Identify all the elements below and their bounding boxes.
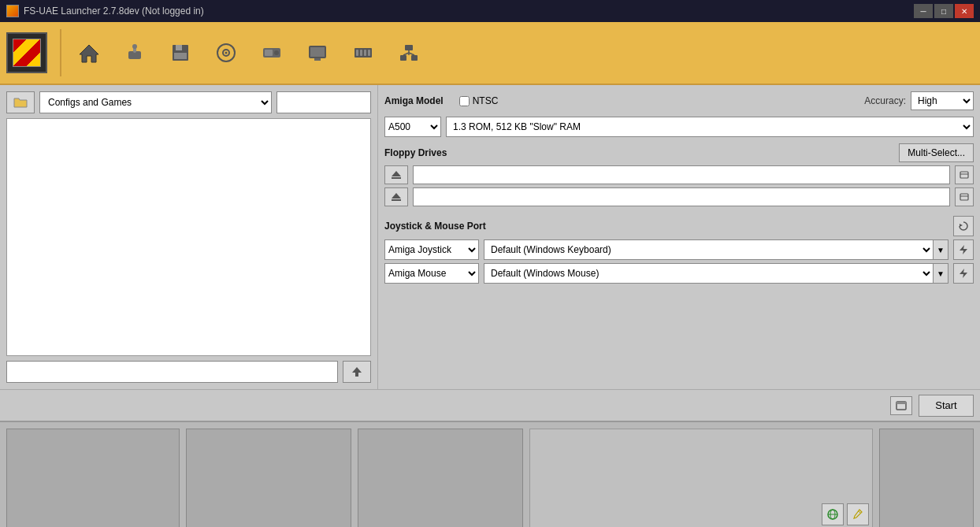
ram-icon	[352, 42, 374, 64]
svg-point-3	[132, 44, 137, 49]
maximize-button[interactable]: □	[934, 4, 953, 18]
toolbar-ram-button[interactable]	[342, 29, 384, 76]
joystick-device-2-arrow[interactable]: ▼	[933, 263, 948, 284]
floppy-browse-1-button[interactable]	[955, 165, 974, 184]
joystick-type-1-dropdown[interactable]: Amiga Joystick Amiga Mouse Nothing	[384, 239, 479, 260]
joystick-flash-1-button[interactable]	[953, 239, 974, 260]
svg-marker-32	[392, 193, 401, 199]
svg-rect-40	[896, 402, 906, 404]
floppy-eject-1-button[interactable]	[384, 165, 408, 184]
toolbar-cd-button[interactable]	[205, 29, 247, 76]
screenshot-2	[186, 429, 351, 528]
joystick-type-2-dropdown[interactable]: Amiga Joystick Amiga Mouse Nothing	[384, 263, 479, 284]
model-dropdown[interactable]: A500 A500+ A600 A1200 A4000	[384, 117, 441, 137]
joystick-device-1-wrap: Default (Windows Keyboard) ▼	[484, 239, 948, 260]
svg-rect-17	[356, 50, 358, 56]
floppy-header: Floppy Drives Multi-Select...	[384, 143, 974, 162]
toolbar-floppy-button[interactable]	[159, 29, 202, 76]
svg-marker-38	[960, 269, 967, 278]
search-input[interactable]	[277, 91, 371, 113]
logo-graphic	[13, 39, 41, 67]
ntsc-checkbox-wrap: NTSC	[459, 95, 499, 106]
titlebar-left: FS-UAE Launcher 2.7.8dev (Not logged in)	[6, 5, 204, 17]
toolbar-network-button[interactable]	[388, 29, 430, 76]
minimize-button[interactable]: ─	[914, 4, 933, 18]
joystick-refresh-button[interactable]	[953, 216, 974, 236]
flash-icon-1	[959, 244, 968, 255]
toolbar-joystick-button[interactable]	[113, 29, 156, 76]
screenshot-3	[358, 429, 523, 528]
toolbar-home-button[interactable]	[68, 29, 110, 76]
left-top-bar: Configs and Games Configs Games	[6, 91, 371, 113]
globe-button[interactable]	[822, 503, 844, 525]
joystick-section: Joystick & Mouse Port Amiga Joystick Ami…	[384, 213, 974, 284]
action-bar: Start	[0, 389, 980, 421]
joystick-row-2: Amiga Joystick Amiga Mouse Nothing Defau…	[384, 263, 974, 284]
cd-icon	[215, 42, 237, 64]
screenshot-1	[6, 429, 180, 528]
svg-line-25	[403, 53, 409, 55]
joystick-header: Joystick & Mouse Port	[384, 216, 974, 236]
floppy-browse-2-button[interactable]	[955, 187, 974, 206]
floppy-input-2[interactable]	[413, 187, 950, 206]
joystick-flash-2-button[interactable]	[953, 263, 974, 284]
svg-marker-28	[392, 171, 401, 176]
svg-rect-6	[174, 53, 187, 59]
app-logo	[6, 32, 47, 73]
globe-icon	[827, 509, 838, 520]
eject-icon	[391, 169, 402, 180]
svg-rect-21	[405, 45, 413, 50]
hdd-icon	[261, 42, 283, 64]
multi-select-button[interactable]: Multi-Select...	[899, 143, 974, 162]
folder-icon	[13, 96, 28, 109]
network-icon	[398, 42, 420, 64]
edit-button[interactable]	[847, 503, 869, 525]
joystick-icon	[124, 42, 146, 64]
svg-rect-18	[360, 50, 362, 56]
svg-rect-19	[364, 50, 366, 56]
svg-rect-23	[411, 55, 418, 61]
svg-rect-34	[960, 194, 968, 200]
graphics-icon	[306, 42, 329, 64]
joystick-device-1-arrow[interactable]: ▼	[933, 239, 948, 260]
svg-rect-20	[368, 50, 370, 56]
joystick-row-1: Amiga Joystick Amiga Mouse Nothing Defau…	[384, 239, 974, 260]
flash-icon-2	[959, 268, 968, 279]
toolbar-graphics-button[interactable]	[296, 29, 339, 76]
window-mode-button[interactable]	[890, 396, 912, 415]
bottom-path-input[interactable]	[6, 361, 338, 383]
svg-point-9	[225, 52, 228, 54]
svg-rect-14	[310, 47, 325, 57]
svg-point-12	[274, 50, 279, 55]
accuracy-wrap: Accuracy: Low Medium High	[864, 91, 974, 110]
floppy-input-1[interactable]	[413, 165, 950, 184]
right-panel: Amiga Model NTSC Accuracy: Low Medium Hi…	[378, 85, 980, 389]
ntsc-checkbox[interactable]	[459, 96, 470, 106]
svg-marker-44	[854, 510, 862, 518]
folder-button[interactable]	[6, 91, 35, 113]
refresh-icon	[958, 221, 969, 232]
screenshots-area	[0, 421, 980, 527]
floppy-drives-label: Floppy Drives	[384, 147, 447, 158]
configs-dropdown[interactable]: Configs and Games Configs Games	[39, 91, 272, 113]
svg-rect-5	[176, 45, 182, 50]
import-button[interactable]	[343, 361, 371, 383]
joystick-device-1-dropdown[interactable]: Default (Windows Keyboard)	[484, 239, 933, 260]
start-button[interactable]: Start	[919, 395, 974, 417]
browse-icon-2	[960, 192, 969, 202]
rom-dropdown[interactable]: 1.3 ROM, 512 KB "Slow" RAM	[446, 117, 974, 137]
joystick-label: Joystick & Mouse Port	[384, 221, 486, 232]
main-content: Configs and Games Configs Games Amiga Mo…	[0, 85, 980, 389]
titlebar-controls: ─ □ ✕	[914, 4, 974, 18]
joystick-device-2-dropdown[interactable]: Default (Windows Mouse)	[484, 263, 933, 284]
amiga-model-label: Amiga Model	[384, 95, 444, 106]
game-list[interactable]	[6, 118, 371, 356]
svg-marker-0	[80, 45, 98, 62]
model-rom-row: A500 A500+ A600 A1200 A4000 1.3 ROM, 512…	[384, 117, 974, 137]
accuracy-dropdown[interactable]: Low Medium High	[911, 91, 974, 110]
pencil-icon	[853, 509, 863, 520]
floppy-eject-2-button[interactable]	[384, 187, 408, 206]
close-button[interactable]: ✕	[955, 4, 974, 18]
toolbar-hdd-button[interactable]	[251, 29, 293, 76]
svg-rect-11	[265, 50, 273, 56]
